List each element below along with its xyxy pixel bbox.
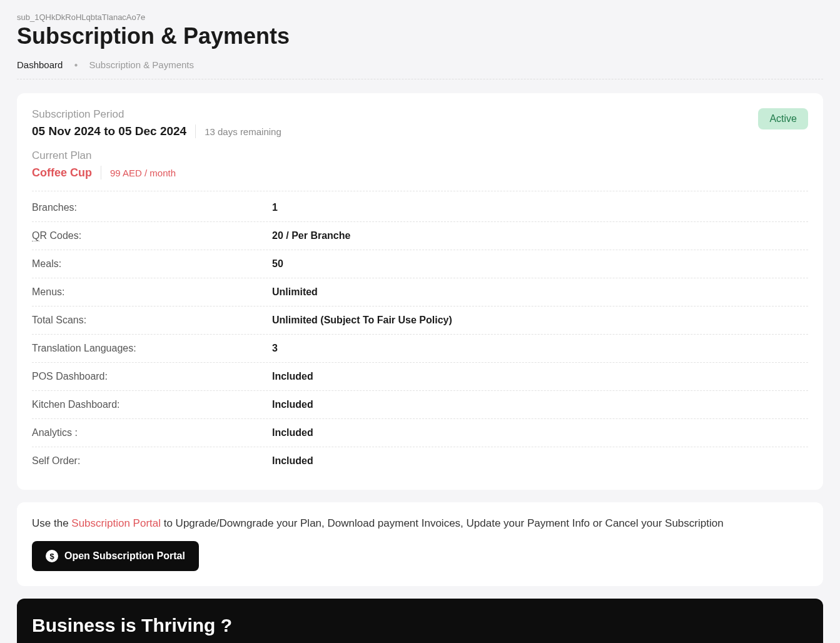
separator xyxy=(195,124,196,138)
feature-value: 50 xyxy=(272,258,283,270)
feature-label: Analytics : xyxy=(32,427,272,438)
separator xyxy=(101,166,101,180)
breadcrumb-dashboard[interactable]: Dashboard xyxy=(17,59,63,70)
feature-label: Kitchen Dashboard: xyxy=(32,399,272,410)
feature-label: QR Codes: xyxy=(32,230,272,241)
portal-highlight: Subscription Portal xyxy=(71,517,161,529)
feature-value: 1 xyxy=(272,202,278,213)
feature-value: Unlimited xyxy=(272,286,318,298)
feature-value: 3 xyxy=(272,343,278,354)
subscription-period-value: 05 Nov 2024 to 05 Dec 2024 xyxy=(32,124,186,138)
feature-label: Total Scans: xyxy=(32,315,272,326)
plan-price: 99 AED / month xyxy=(110,168,176,178)
feature-value: 20 / Per Branche xyxy=(272,230,350,241)
feature-label: Translation Languages: xyxy=(32,343,272,354)
feature-label: Self Order: xyxy=(32,455,272,467)
feature-row: Branches:1 xyxy=(32,194,808,222)
open-subscription-portal-button[interactable]: $ Open Subscription Portal xyxy=(32,541,199,571)
feature-value: Included xyxy=(272,427,313,438)
dollar-icon: $ xyxy=(46,550,58,562)
feature-label: Meals: xyxy=(32,258,272,270)
portal-button-label: Open Subscription Portal xyxy=(64,550,185,562)
feature-row: Kitchen Dashboard:Included xyxy=(32,391,808,419)
page-title: Subscription & Payments xyxy=(17,23,823,49)
feature-value: Included xyxy=(272,399,313,410)
breadcrumb: Dashboard ● Subscription & Payments xyxy=(17,59,823,79)
breadcrumb-current: Subscription & Payments xyxy=(89,59,194,70)
feature-row: Meals:50 xyxy=(32,250,808,278)
days-remaining: 13 days remaining xyxy=(205,126,281,137)
portal-card: Use the Subscription Portal to Upgrade/D… xyxy=(17,502,823,586)
feature-row: Translation Languages:3 xyxy=(32,335,808,363)
subscription-card: Subscription Period 05 Nov 2024 to 05 De… xyxy=(17,93,823,490)
subscription-period-label: Subscription Period xyxy=(32,108,281,121)
current-plan-label: Current Plan xyxy=(32,149,808,162)
feature-value: Included xyxy=(272,371,313,382)
feature-label: Branches: xyxy=(32,202,272,213)
thriving-card: Business is Thriving ? If you want a mor… xyxy=(17,599,823,643)
plan-name: Coffee Cup xyxy=(32,166,92,180)
feature-row: QR Codes:20 / Per Branche xyxy=(32,222,808,250)
features-list: Branches:1QR Codes:20 / Per BrancheMeals… xyxy=(32,194,808,475)
feature-row: Analytics :Included xyxy=(32,419,808,447)
thriving-title: Business is Thriving ? xyxy=(32,615,808,636)
feature-row: Menus:Unlimited xyxy=(32,278,808,306)
feature-row: Total Scans:Unlimited (Subject To Fair U… xyxy=(32,306,808,335)
feature-row: Self Order:Included xyxy=(32,447,808,475)
feature-row: POS Dashboard:Included xyxy=(32,363,808,391)
portal-description: Use the Subscription Portal to Upgrade/D… xyxy=(32,517,808,530)
status-badge: Active xyxy=(758,108,808,129)
feature-label: Menus: xyxy=(32,286,272,298)
subscription-id: sub_1QHkDkRoHLqbtaTlanacAo7e xyxy=(17,13,823,22)
feature-label: POS Dashboard: xyxy=(32,371,272,382)
feature-value: Included xyxy=(272,455,313,467)
feature-value: Unlimited (Subject To Fair Use Policy) xyxy=(272,315,452,326)
breadcrumb-separator: ● xyxy=(74,61,78,68)
